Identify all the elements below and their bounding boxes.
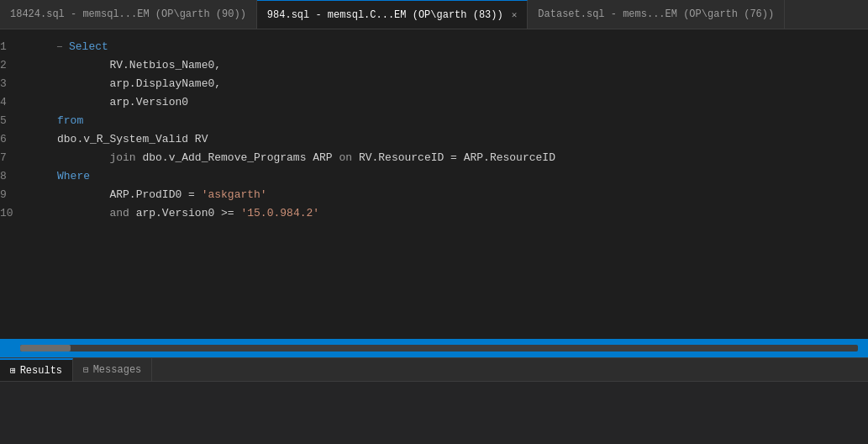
results-icon: ⊞: [10, 365, 16, 376]
code-token: 'askgarth': [202, 186, 267, 204]
tab-tab1[interactable]: 18424.sql - memsql...EM (OP\garth (90)): [0, 0, 257, 29]
code-token: arp.Version0 >=: [136, 204, 241, 223]
panel-tab-results[interactable]: ⊞Results: [0, 358, 73, 381]
tab-tab3[interactable]: Dataset.sql - mems...EM (OP\garth (76)): [528, 0, 785, 29]
code-token: ARP.ProdID0 =: [109, 186, 201, 204]
code-token: RV.ResourceID = ARP.ResourceID: [359, 149, 555, 167]
line-number-8: 8: [0, 167, 44, 186]
code-token: from: [57, 112, 83, 130]
line-number-3: 3: [0, 75, 44, 93]
code-token: Where: [57, 167, 90, 186]
code-line-1: — Select: [57, 38, 861, 56]
code-token: join: [109, 149, 142, 167]
code-line-4: arp.Version0: [57, 93, 861, 112]
tab-label: Dataset.sql - mems...EM (OP\garth (76)): [538, 8, 774, 20]
code-line-8: Where: [57, 167, 861, 186]
bottom-panel: ⊞Results⊟Messages: [0, 357, 868, 444]
line-number-2: 2: [0, 56, 44, 75]
code-content[interactable]: — Select RV.Netbios_Name0, arp.DisplayNa…: [50, 36, 868, 332]
messages-icon: ⊟: [83, 364, 89, 375]
tab-label: 984.sql - memsql.C...EM (OP\garth (83)): [267, 9, 503, 21]
code-token: dbo.v_R_System_Valid RV: [57, 130, 208, 149]
line-number-4: 4: [0, 93, 44, 112]
scroll-thumb[interactable]: [20, 345, 71, 352]
tab-label: 18424.sql - memsql...EM (OP\garth (90)): [10, 8, 246, 20]
code-line-9: ARP.ProdID0 = 'askgarth': [57, 186, 861, 204]
panel-tab-label: Messages: [93, 364, 142, 376]
code-line-6: dbo.v_R_System_Valid RV: [57, 130, 861, 149]
code-token: arp.Version0: [109, 93, 188, 112]
code-editor: 12345678910 — Select RV.Netbios_Name0, a…: [0, 29, 868, 339]
code-line-3: arp.DisplayName0,: [57, 75, 861, 93]
code-line-7: join dbo.v_Add_Remove_Programs ARP on RV…: [57, 149, 861, 167]
code-line-2: RV.Netbios_Name0,: [57, 56, 861, 75]
line-number-10: 10: [0, 204, 44, 223]
horizontal-scrollbar[interactable]: [20, 345, 858, 352]
code-token: and: [109, 204, 135, 223]
panel-tab-messages[interactable]: ⊟Messages: [73, 358, 152, 381]
line-number-7: 7: [0, 149, 44, 167]
code-token: on: [339, 149, 358, 167]
tab-tab2[interactable]: 984.sql - memsql.C...EM (OP\garth (83))✕: [257, 0, 528, 29]
code-line-10: and arp.Version0 >= '15.0.984.2': [57, 204, 861, 223]
panel-tab-bar: ⊞Results⊟Messages: [0, 358, 868, 382]
code-line-5: from: [57, 112, 861, 130]
line-number-6: 6: [0, 130, 44, 149]
code-token: arp.DisplayName0,: [109, 75, 221, 93]
tab-bar: 18424.sql - memsql...EM (OP\garth (90))9…: [0, 0, 868, 29]
code-token: dbo.v_Add_Remove_Programs ARP: [142, 149, 339, 167]
status-bar: [0, 339, 868, 357]
code-token: RV.Netbios_Name0,: [109, 56, 221, 75]
line-gutter: 12345678910: [0, 36, 50, 332]
tab-close-icon[interactable]: ✕: [512, 9, 518, 20]
panel-tab-label: Results: [20, 365, 62, 377]
line-number-1: 1: [0, 38, 44, 56]
code-token: '15.0.984.2': [240, 204, 319, 223]
line-number-5: 5: [0, 112, 44, 130]
results-wrapper: [0, 382, 868, 444]
line-number-9: 9: [0, 186, 44, 204]
code-token: Select: [69, 38, 108, 56]
collapse-icon[interactable]: —: [57, 38, 67, 56]
